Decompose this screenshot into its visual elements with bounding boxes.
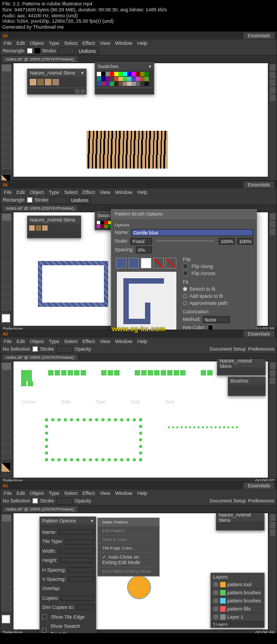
control-bar[interactable]: Rectangle Stroke Uniform	[1, 47, 276, 56]
brush-preview	[117, 272, 176, 331]
tile-slot[interactable]	[153, 258, 164, 269]
pattern-context-menu[interactable]: Make Pattern Edit Pattern Save a Copy Ti…	[97, 518, 160, 576]
start-tile	[101, 370, 120, 375]
right-dock[interactable]	[269, 63, 276, 186]
pattern-options-panel[interactable]: Pattern Options▾ Name: Tile Type: Width:…	[39, 516, 96, 633]
pen-tool[interactable]	[2, 81, 11, 88]
side-tile	[135, 370, 186, 375]
main-menu[interactable]: FileEditObjectTypeSelectEffectViewWindow…	[1, 39, 276, 47]
artboard[interactable]: CornerSideStartSideEnd Nature_Animal Ski…	[14, 361, 268, 478]
artboard[interactable]: Swatches▾ Nature_Animal Skins▾	[14, 63, 268, 177]
title-bar: Ai Essentials	[1, 32, 276, 39]
layers-panel[interactable]: Layers pattern tool pattern brushes patt…	[210, 573, 265, 628]
layer-row[interactable]: pattern brushes	[211, 597, 264, 605]
illustrator-window-3: AiEssentials FileEditObjectTypeSelectEff…	[0, 330, 277, 481]
brush-tool[interactable]	[2, 105, 11, 112]
zoom-tool[interactable]	[2, 162, 11, 169]
layer-row[interactable]: pattern tool	[211, 581, 264, 589]
direct-select-tool[interactable]	[2, 72, 11, 80]
dotted-rectangle[interactable]	[45, 418, 142, 461]
app-logo: Ai	[3, 33, 8, 38]
nature-skins-panel: Nature_Animal Skins	[217, 359, 266, 375]
layer-row[interactable]: Layer 1	[211, 613, 264, 621]
method-select[interactable]: None	[203, 316, 230, 323]
artboard[interactable]: Pattern Options▾ Name: Tile Type: Width:…	[14, 513, 268, 629]
type-tool[interactable]	[2, 89, 11, 96]
spacing-input[interactable]: 0%	[136, 246, 152, 253]
rect-tool[interactable]	[2, 97, 11, 104]
rotate-tool[interactable]	[2, 129, 11, 137]
brush-rectangle[interactable]	[38, 261, 108, 307]
brush-name-input[interactable]: Gentle blue	[131, 229, 253, 236]
workspace-switcher[interactable]: Essentials	[243, 32, 274, 39]
side-tile	[48, 370, 86, 375]
menu-save-copy[interactable]: Save a Copy	[98, 535, 159, 544]
video-metadata: File: 2.2. Patterns in Adobe Illustrator…	[0, 0, 277, 31]
menu-auto-close[interactable]: ✓Auto-Close on Exiting Edit Mode	[98, 553, 159, 567]
artboard[interactable]: Swatches Nature_Animal Skins Pattern Bru…	[14, 212, 268, 326]
menu-make-pattern[interactable]: Make Pattern	[98, 518, 159, 527]
swatches-panel[interactable]: Swatches▾	[95, 62, 154, 95]
scale-tool[interactable]	[2, 137, 11, 145]
selection-tool[interactable]	[2, 64, 11, 72]
watermark: www.cg-ku.com	[112, 325, 165, 333]
pencil-tool[interactable]	[2, 113, 11, 120]
panel-menu-icon[interactable]: ▾	[91, 518, 94, 524]
pattern-rectangle[interactable]	[87, 131, 168, 169]
eyedropper-tool[interactable]	[2, 153, 11, 161]
circle-selected[interactable]	[127, 575, 151, 599]
scale-mode[interactable]: Fixed	[130, 238, 152, 245]
tile-slot[interactable]	[166, 258, 176, 269]
brushes-panel: Brushes	[228, 377, 266, 396]
illustrator-window-4: AiEssentials FileEditObjectTypeSelectEff…	[0, 481, 277, 633]
tools-panel[interactable]	[1, 63, 12, 186]
menu-edit-pattern[interactable]: Edit Pattern	[98, 527, 159, 535]
illustrator-window-2: AiEssentials FileEditObjectTypeSelectEff…	[0, 180, 277, 329]
tile-slot[interactable]	[116, 258, 127, 269]
gradient-tool[interactable]	[2, 145, 11, 153]
nature-skins-panel: Nature_Animal Skins	[27, 216, 81, 238]
menu-tile-edge-color[interactable]: Tile Edge Color...	[98, 544, 159, 553]
eraser-tool[interactable]	[2, 121, 11, 129]
panel-menu-icon[interactable]: ▾	[149, 64, 151, 69]
corner-tile	[21, 370, 33, 386]
layer-row[interactable]: pattern fills	[211, 605, 264, 613]
tile-slot[interactable]	[128, 258, 139, 269]
illustrator-window-1: Ai Essentials FileEditObjectTypeSelectEf…	[0, 31, 277, 180]
tile-slot[interactable]	[141, 258, 151, 269]
nature-skins-panel[interactable]: Nature_Animal Skins▾	[27, 69, 87, 95]
dialog-title: Pattern Brush Options	[111, 210, 256, 219]
menu-exit-pattern[interactable]: Exit Pattern Editing Mode	[98, 567, 159, 576]
layer-row[interactable]: pattern brushes	[211, 589, 264, 597]
end-tile	[201, 370, 213, 375]
